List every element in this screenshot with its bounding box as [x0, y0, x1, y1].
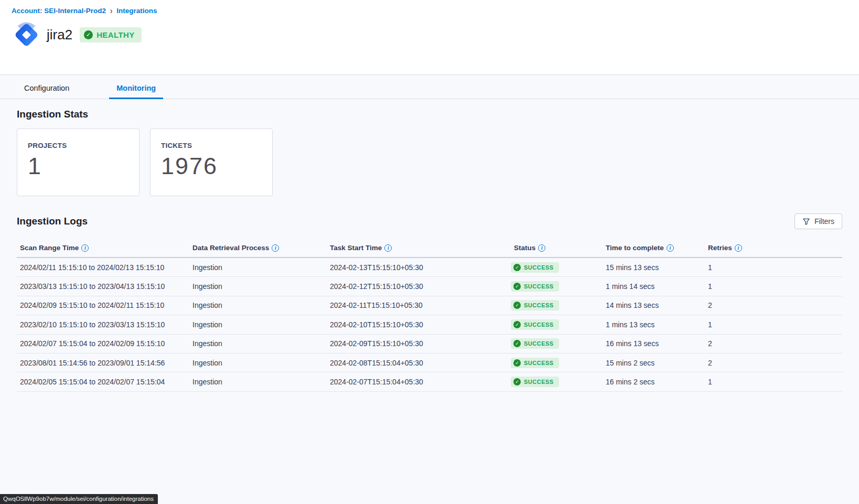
status-cell: ✓ SUCCESS	[498, 262, 603, 273]
scan-range-time-cell: 2024/02/05 15:15:04 to 2024/02/07 15:15:…	[17, 378, 189, 386]
scan-range-time-cell: 2024/02/07 15:15:04 to 2024/02/09 15:15:…	[17, 339, 189, 348]
time-to-complete-cell: 16 mins 2 secs	[603, 378, 705, 386]
scan-range-time-cell: 2023/08/01 15:14:56 to 2023/09/01 15:14:…	[17, 359, 189, 367]
tab-bar: Configuration Monitoring	[0, 75, 859, 99]
status-badge: ✓ SUCCESS	[511, 338, 559, 349]
retries-cell: 1	[705, 320, 842, 329]
status-label: SUCCESS	[524, 302, 554, 308]
scan-range-time-cell: 2023/02/10 15:15:10 to 2023/03/13 15:15:…	[17, 320, 189, 329]
info-circle-icon[interactable]: i	[81, 244, 89, 252]
status-cell: ✓ SUCCESS	[498, 281, 603, 292]
check-circle-icon: ✓	[513, 264, 521, 271]
task-start-time-cell: 2024-02-13T15:15:10+05:30	[327, 263, 498, 272]
task-start-time-cell: 2024-02-07T15:15:04+05:30	[327, 378, 498, 386]
status-badge: ✓ SUCCESS	[511, 319, 559, 330]
data-retrieval-process-cell: Ingestion	[189, 282, 327, 291]
check-circle-icon: ✓	[513, 359, 521, 367]
data-retrieval-process-cell: Ingestion	[189, 320, 327, 329]
integration-title-row: jira2 ✓ HEALTHY	[12, 20, 847, 50]
jira-logo-icon	[12, 20, 41, 50]
column-header-status: Status i	[498, 244, 603, 252]
funnel-icon	[802, 218, 810, 226]
ingestion-logs-title: Ingestion Logs	[17, 216, 88, 227]
info-circle-icon[interactable]: i	[667, 244, 674, 252]
status-cell: ✓ SUCCESS	[498, 358, 603, 368]
data-retrieval-process-cell: Ingestion	[189, 301, 327, 309]
retries-cell: 1	[705, 263, 842, 272]
stat-value: 1	[28, 153, 139, 180]
main-content: Ingestion Stats PROJECTS 1 TICKETS 1976 …	[0, 99, 859, 392]
breadcrumb: Account: SEI-Internal-Prod2 › Integratio…	[12, 7, 847, 15]
check-circle-icon: ✓	[513, 283, 521, 290]
logs-table-body: 2024/02/11 15:15:10 to 2024/02/13 15:15:…	[17, 258, 842, 392]
stat-value: 1976	[161, 153, 272, 180]
time-to-complete-cell: 1 mins 13 secs	[603, 320, 705, 329]
status-cell: ✓ SUCCESS	[498, 319, 603, 330]
status-badge: ✓ SUCCESS	[511, 377, 559, 387]
data-retrieval-process-cell: Ingestion	[189, 339, 327, 348]
info-circle-icon[interactable]: i	[735, 244, 742, 252]
check-circle-icon: ✓	[513, 378, 521, 385]
scan-range-time-cell: 2024/02/11 15:15:10 to 2024/02/13 15:15:…	[17, 263, 189, 272]
breadcrumb-integrations-link[interactable]: Integrations	[116, 7, 157, 15]
column-header-time-to-complete: Time to complete i	[603, 244, 705, 252]
stat-card-projects: PROJECTS 1	[17, 128, 139, 196]
ingestion-stats-title: Ingestion Stats	[17, 109, 842, 120]
info-circle-icon[interactable]: i	[538, 244, 545, 252]
table-row: 2024/02/11 15:15:10 to 2024/02/13 15:15:…	[17, 258, 842, 277]
stats-cards: PROJECTS 1 TICKETS 1976	[17, 128, 842, 196]
task-start-time-cell: 2024-02-11T15:15:10+05:30	[327, 301, 498, 309]
data-retrieval-process-cell: Ingestion	[189, 263, 327, 272]
table-row: 2023/02/10 15:15:10 to 2023/03/13 15:15:…	[17, 315, 842, 334]
scan-range-time-cell: 2023/03/13 15:15:10 to 2023/04/13 15:15:…	[17, 282, 189, 291]
health-status-badge: ✓ HEALTHY	[80, 27, 142, 42]
check-circle-icon: ✓	[513, 321, 521, 328]
table-header-row: Scan Range Time i Data Retrieval Process…	[17, 241, 842, 258]
status-badge: ✓ SUCCESS	[511, 300, 559, 310]
status-label: SUCCESS	[524, 379, 554, 385]
time-to-complete-cell: 15 mins 13 secs	[603, 263, 705, 272]
status-badge: ✓ SUCCESS	[511, 358, 559, 368]
status-badge: ✓ SUCCESS	[511, 281, 559, 292]
status-cell: ✓ SUCCESS	[498, 300, 603, 310]
info-circle-icon[interactable]: i	[384, 244, 392, 252]
table-row: 2023/08/01 15:14:56 to 2023/09/01 15:14:…	[17, 353, 842, 372]
data-retrieval-process-cell: Ingestion	[189, 378, 327, 386]
ingestion-logs-table: Scan Range Time i Data Retrieval Process…	[17, 241, 842, 392]
info-circle-icon[interactable]: i	[272, 244, 279, 252]
logs-header: Ingestion Logs Filters	[17, 213, 842, 229]
retries-cell: 2	[705, 359, 842, 367]
time-to-complete-cell: 1 mins 14 secs	[603, 282, 705, 291]
status-bar-url-preview: QwqOSllWp9ob7w/module/sei/configuration/…	[0, 494, 158, 504]
stat-label: TICKETS	[161, 142, 272, 149]
status-cell: ✓ SUCCESS	[498, 338, 603, 349]
retries-cell: 2	[705, 301, 842, 309]
filters-button-label: Filters	[814, 217, 834, 226]
task-start-time-cell: 2024-02-09T15:15:10+05:30	[327, 339, 498, 348]
status-label: SUCCESS	[524, 340, 554, 347]
column-header-scan-range-time: Scan Range Time i	[17, 244, 189, 252]
table-row: 2023/03/13 15:15:10 to 2023/04/13 15:15:…	[17, 277, 842, 296]
filters-button[interactable]: Filters	[794, 213, 842, 229]
time-to-complete-cell: 16 mins 13 secs	[603, 339, 705, 348]
stat-label: PROJECTS	[28, 142, 139, 149]
check-circle-icon: ✓	[513, 340, 521, 347]
retries-cell: 1	[705, 378, 842, 386]
health-status-label: HEALTHY	[96, 30, 135, 39]
column-header-task-start-time: Task Start Time i	[327, 244, 498, 252]
table-row: 2024/02/07 15:15:04 to 2024/02/09 15:15:…	[17, 335, 842, 353]
tab-monitoring[interactable]: Monitoring	[109, 78, 163, 99]
tab-configuration[interactable]: Configuration	[17, 78, 77, 99]
status-cell: ✓ SUCCESS	[498, 377, 603, 387]
time-to-complete-cell: 14 mins 13 secs	[603, 301, 705, 309]
data-retrieval-process-cell: Ingestion	[189, 359, 327, 367]
time-to-complete-cell: 15 mins 2 secs	[603, 359, 705, 367]
page-header: Account: SEI-Internal-Prod2 › Integratio…	[0, 0, 859, 75]
status-label: SUCCESS	[524, 283, 554, 289]
column-header-data-retrieval-process: Data Retrieval Process i	[189, 244, 327, 252]
table-row: 2024/02/05 15:15:04 to 2024/02/07 15:15:…	[17, 372, 842, 391]
status-label: SUCCESS	[524, 360, 554, 366]
check-circle-icon: ✓	[513, 302, 521, 309]
check-circle-icon: ✓	[84, 30, 93, 39]
breadcrumb-account-link[interactable]: Account: SEI-Internal-Prod2	[12, 7, 106, 15]
